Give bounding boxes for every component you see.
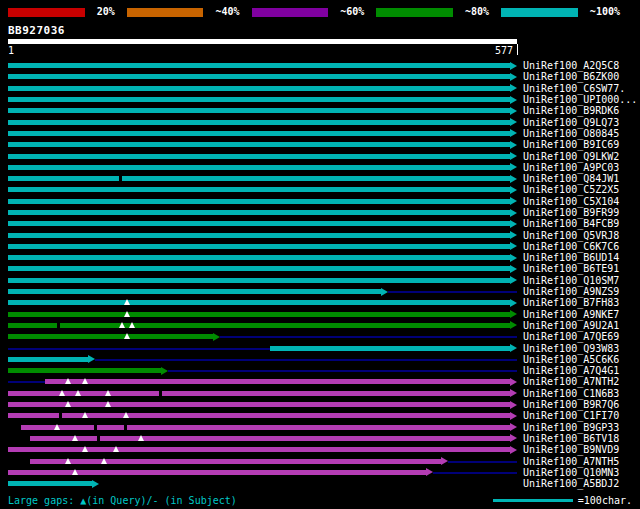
hit-label[interactable]: UniRef100_B6UD14 <box>523 252 619 263</box>
hit-label[interactable]: UniRef100_Q9LQ73 <box>523 117 619 128</box>
hit-bar[interactable] <box>8 244 510 249</box>
hit-label[interactable]: UniRef100_B6TV18 <box>523 433 619 444</box>
hit-bar[interactable] <box>8 86 510 91</box>
hit-arrow-icon <box>510 378 517 386</box>
hit-label[interactable]: UniRef100_B6ZK00 <box>523 71 619 82</box>
hit-label[interactable]: UniRef100_B4FCB9 <box>523 218 619 229</box>
hit-bar[interactable] <box>30 436 510 441</box>
hit-bar[interactable] <box>8 131 510 136</box>
hit-label[interactable]: UniRef100_C6K7C6 <box>523 241 619 252</box>
hit-bar[interactable] <box>45 379 510 384</box>
hit-arrow-icon <box>510 62 517 70</box>
hit-label[interactable]: UniRef100_B9R7Q6 <box>523 399 619 410</box>
hit-bar[interactable] <box>8 142 510 147</box>
hit-label[interactable]: UniRef100_C6SW77. <box>523 83 625 94</box>
hit-arrow-icon <box>510 401 517 409</box>
hit-bar[interactable] <box>30 459 441 464</box>
hit-arrow-icon <box>510 186 517 194</box>
alignment-plot <box>8 83 517 94</box>
hit-bar[interactable] <box>8 199 510 204</box>
hit-bar[interactable] <box>8 187 510 192</box>
hit-bar[interactable] <box>8 266 510 271</box>
hit-bar[interactable] <box>270 346 510 351</box>
hit-label[interactable]: UniRef100_C5Z2X5 <box>523 184 619 195</box>
hit-bar[interactable] <box>8 63 510 68</box>
hit-label[interactable]: UniRef100_UPI000... <box>523 94 637 105</box>
hit-label[interactable]: UniRef100_C5X104 <box>523 196 619 207</box>
hit-label[interactable]: UniRef100_O80845 <box>523 128 619 139</box>
hit-label[interactable]: UniRef100_A7NTH5 <box>523 456 619 467</box>
hit-arrow-icon <box>510 423 517 431</box>
hit-bar[interactable] <box>8 470 426 475</box>
hit-bar[interactable] <box>8 154 510 159</box>
hit-label[interactable]: UniRef100_A7NTH2 <box>523 376 619 387</box>
hit-label[interactable]: UniRef100_Q5VRJ8 <box>523 230 619 241</box>
hit-arrow-icon <box>510 299 517 307</box>
hit-bar[interactable] <box>8 300 510 305</box>
hit-bar[interactable] <box>8 334 213 339</box>
hit-bar[interactable] <box>8 108 510 113</box>
hit-label[interactable]: UniRef100_B9IC69 <box>523 139 619 150</box>
hit-bar[interactable] <box>8 289 381 294</box>
hit-label[interactable]: UniRef100_Q10SM7 <box>523 275 619 286</box>
alignment-row: UniRef100_Q84JW1 <box>0 173 640 184</box>
hit-bar[interactable] <box>8 233 510 238</box>
hit-label[interactable]: UniRef100_B9FR99 <box>523 207 619 218</box>
hit-bar[interactable] <box>8 278 510 283</box>
hit-arrow-icon <box>441 457 448 465</box>
hit-bar[interactable] <box>8 97 510 102</box>
hit-label[interactable]: UniRef100_C1FI70 <box>523 410 619 421</box>
hit-bar[interactable] <box>8 312 510 317</box>
hit-bar[interactable] <box>8 402 510 407</box>
subject-gap-mark <box>57 323 60 328</box>
hit-label[interactable]: UniRef100_A9U2A1 <box>523 320 619 331</box>
scale-label-60: ~60% <box>328 7 376 17</box>
hit-label[interactable]: UniRef100_B9GP33 <box>523 422 619 433</box>
hit-label[interactable]: UniRef100_B9NVD9 <box>523 444 619 455</box>
hit-arrow-icon <box>510 434 517 442</box>
hit-bar[interactable] <box>8 221 510 226</box>
hit-arrow-icon <box>510 152 517 160</box>
hit-label[interactable]: UniRef100_A5BDJ2 <box>523 478 619 489</box>
hit-bar[interactable] <box>8 357 88 362</box>
hit-label[interactable]: UniRef100_A9NKE7 <box>523 309 619 320</box>
alignment-plot <box>8 252 517 263</box>
hit-bar[interactable] <box>8 176 510 181</box>
alignment-row: UniRef100_C6SW77. <box>0 83 640 94</box>
hit-label[interactable]: UniRef100_Q84JW1 <box>523 173 619 184</box>
query-gap-triangle-icon <box>54 424 60 430</box>
hit-bar[interactable] <box>8 391 510 396</box>
hit-label[interactable]: UniRef100_Q10MN3 <box>523 467 619 478</box>
hit-bar[interactable] <box>8 120 510 125</box>
unaligned-line <box>220 336 517 338</box>
hit-label[interactable]: UniRef100_Q93W83 <box>523 343 619 354</box>
query-gap-triangle-icon <box>65 401 71 407</box>
hit-label[interactable]: UniRef100_A9NZS9 <box>523 286 619 297</box>
hit-label[interactable]: UniRef100_A7QE69 <box>523 331 619 342</box>
query-name: BB927036 <box>8 24 640 37</box>
hit-arrow-icon <box>510 412 517 420</box>
hit-bar[interactable] <box>8 210 510 215</box>
hit-label[interactable]: UniRef100_Q9LKW2 <box>523 151 619 162</box>
query-gap-triangle-icon <box>65 378 71 384</box>
hit-bar[interactable] <box>8 74 510 79</box>
alignment-plot <box>8 139 517 150</box>
hit-bar[interactable] <box>8 481 92 486</box>
hit-bar[interactable] <box>8 165 510 170</box>
scale-seg-20 <box>8 8 85 17</box>
hit-label[interactable]: UniRef100_C1N6B3 <box>523 388 619 399</box>
hit-label[interactable]: UniRef100_A2Q5C8 <box>523 60 619 71</box>
hit-bar[interactable] <box>8 255 510 260</box>
hit-bar[interactable] <box>8 323 510 328</box>
hit-label[interactable]: UniRef100_A9PC03 <box>523 162 619 173</box>
hit-label[interactable]: UniRef100_B6TE91 <box>523 263 619 274</box>
alignment-plot <box>8 196 517 207</box>
alignment-row: UniRef100_B9NVD9 <box>0 444 640 455</box>
hit-bar[interactable] <box>8 368 161 373</box>
hit-label[interactable]: UniRef100_A5C6K6 <box>523 354 619 365</box>
hit-label[interactable]: UniRef100_B9RDK6 <box>523 105 619 116</box>
unaligned-line <box>433 472 517 474</box>
hit-label[interactable]: UniRef100_A7Q4G1 <box>523 365 619 376</box>
alignment-row: UniRef100_B6TV18 <box>0 433 640 444</box>
hit-label[interactable]: UniRef100_B7FH83 <box>523 297 619 308</box>
